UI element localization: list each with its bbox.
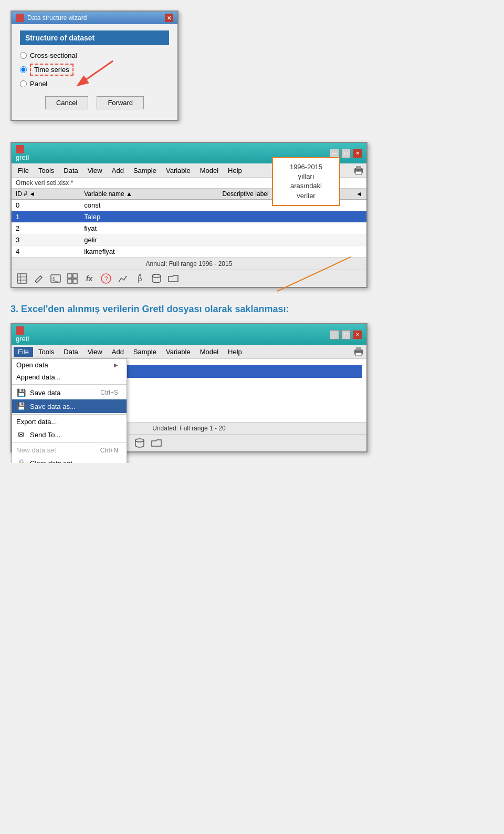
gretl2-maximize-button[interactable]: □ [341, 330, 351, 339]
new-data-shortcut: Ctrl+N [100, 447, 118, 454]
var-extra-3 [352, 234, 366, 246]
new-data-set-label: New data set [16, 446, 56, 454]
gretl2-toolbar-folder-icon[interactable] [150, 437, 163, 449]
radio-cross-sectional-input[interactable] [20, 52, 27, 59]
toolbar-edit-icon[interactable] [33, 272, 45, 285]
menu-help[interactable]: Help [224, 166, 246, 176]
col-id[interactable]: ID # ◄ [12, 189, 80, 200]
menu-add[interactable]: Add [108, 166, 128, 176]
svg-rect-13 [68, 274, 72, 278]
gretl2-minimize-button[interactable]: — [330, 330, 339, 339]
menu-export-data[interactable]: Export data... [12, 416, 127, 428]
var-name-3: gelir [80, 234, 218, 246]
gretl2-menu-file[interactable]: File [14, 347, 33, 357]
printer-icon[interactable] [353, 164, 364, 176]
annotation-line2: yılları [298, 172, 314, 180]
minimize-button[interactable]: — [330, 149, 339, 158]
menu-file[interactable]: File [14, 166, 33, 176]
send-to-left: ✉ Send To... [16, 430, 60, 439]
var-id-4: 4 [12, 246, 80, 258]
menu-new-data-set: New data set Ctrl+N [12, 444, 127, 456]
toolbar-fx-icon[interactable]: fx [83, 272, 96, 285]
clear-data-left: 🔒 Clear data set [16, 458, 72, 463]
var-id-3: 3 [12, 234, 80, 246]
gretl2-toolbar-db-icon[interactable] [133, 437, 146, 449]
send-to-icon: ✉ [16, 430, 26, 439]
gretl-window-controls: — □ ✕ [330, 149, 362, 158]
col-varname[interactable]: Variable name ▲ [80, 189, 218, 200]
menu-append-data[interactable]: Append data... [12, 371, 127, 383]
menu-variable[interactable]: Variable [162, 166, 195, 176]
menu-view[interactable]: View [83, 166, 107, 176]
gretl2-menu-add[interactable]: Add [108, 347, 128, 357]
svg-rect-4 [355, 171, 362, 174]
var-id-2: 2 [12, 223, 80, 234]
table-row-selected[interactable]: 1 Talep [12, 211, 366, 223]
save-data-as-label: Save data as... [30, 403, 76, 410]
gretl2-printer-icon[interactable] [353, 346, 364, 357]
gretl2-menu-sample[interactable]: Sample [129, 347, 161, 357]
export-data-label: Export data... [16, 418, 57, 426]
radio-panel-input[interactable] [20, 80, 27, 87]
radio-cross-sectional-label: Cross-sectional [30, 52, 77, 59]
table-row[interactable]: 2 fiyat [12, 223, 366, 234]
file-dropdown-menu: Open data ▶ Append data... 💾 Save data C… [12, 358, 127, 463]
gretl2-menu-tools[interactable]: Tools [34, 347, 58, 357]
wizard-titlebar: Data structure wizard ✕ [12, 12, 177, 24]
toolbar-help-icon[interactable]: ? [100, 272, 112, 285]
gretl2-menu-model[interactable]: Model [196, 347, 223, 357]
toolbar-table-icon[interactable] [16, 272, 28, 285]
toolbar-chart-icon[interactable] [117, 272, 129, 285]
data-structure-wizard: Data structure wizard ✕ Structure of dat… [10, 11, 178, 121]
gretl2-menu-variable[interactable]: Variable [162, 347, 195, 357]
forward-button[interactable]: Forward [97, 96, 144, 109]
gretl2-title-left: gretl [16, 326, 29, 343]
menu-open-data[interactable]: Open data ▶ [12, 359, 127, 371]
radio-time-series[interactable]: Time series [20, 64, 169, 76]
var-extra-4 [352, 246, 366, 258]
annotation-line3: arasındaki [290, 182, 322, 190]
menu-model[interactable]: Model [196, 166, 223, 176]
menu-sample[interactable]: Sample [129, 166, 161, 176]
menu-save-data-as[interactable]: 💾 Save data as... [12, 399, 127, 413]
svg-rect-21 [356, 347, 361, 351]
gretl2-menu-view[interactable]: View [83, 347, 107, 357]
menu-tools[interactable]: Tools [34, 166, 58, 176]
annotation-line4: veriler [297, 192, 315, 200]
gretl2-menu-help[interactable]: Help [224, 347, 246, 357]
wizard-close-button[interactable]: ✕ [165, 14, 173, 22]
menu-send-to[interactable]: ✉ Send To... [12, 428, 127, 441]
gretl2-close-button[interactable]: ✕ [353, 330, 362, 339]
toolbar-folder-icon[interactable] [167, 272, 180, 285]
table-row[interactable]: 3 gelir [12, 234, 366, 246]
save-data-shortcut: Ctrl+S [100, 389, 118, 396]
gretl2-titlebar: gretl — □ ✕ [12, 324, 366, 345]
svg-rect-22 [355, 353, 362, 356]
toolbar-db-icon[interactable] [150, 272, 163, 285]
gretl-title-text: gretl [16, 153, 29, 161]
close-button[interactable]: ✕ [353, 149, 362, 158]
menu-clear-data-set[interactable]: 🔒 Clear data set [12, 456, 127, 463]
svg-rect-15 [68, 279, 72, 283]
toolbar-grid-icon[interactable] [66, 272, 79, 285]
gretl2-menu-data[interactable]: Data [59, 347, 82, 357]
menu-data[interactable]: Data [59, 166, 82, 176]
radio-time-series-input[interactable] [20, 66, 27, 73]
clear-data-label: Clear data set [30, 459, 72, 464]
var-id-1: 1 [12, 211, 80, 223]
menu-save-data[interactable]: 💾 Save data Ctrl+S [12, 386, 127, 399]
maximize-button[interactable]: □ [341, 149, 351, 158]
divider-2 [12, 414, 127, 415]
radio-time-series-label: Time series [30, 64, 74, 76]
radio-panel-label: Panel [30, 80, 47, 88]
cancel-button[interactable]: Cancel [45, 96, 88, 109]
toolbar-beta-icon[interactable]: β̂ [133, 272, 146, 285]
annotation-line-svg [267, 252, 351, 294]
svg-line-10 [40, 276, 42, 277]
toolbar-terminal-icon[interactable]: $_ [49, 272, 62, 285]
arrow-annotation-svg [74, 58, 116, 90]
time-series-annotation-container: Time series [30, 64, 74, 76]
section3-heading: 3. Excel'den alınmış verilerin Gretl dos… [10, 304, 494, 315]
annotation-line1: 1996-2015 [290, 163, 322, 171]
svg-text:$_: $_ [52, 276, 58, 282]
